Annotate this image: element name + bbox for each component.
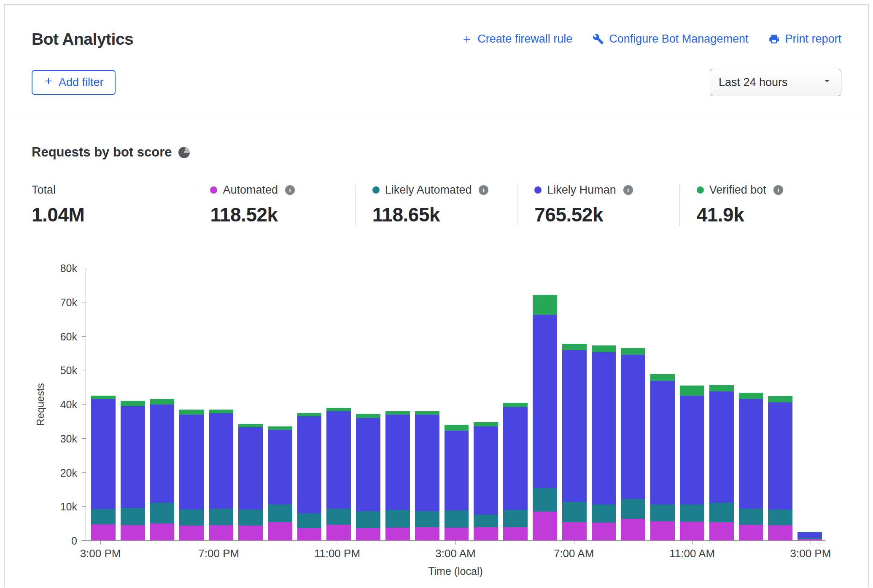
segment-verified-bot <box>356 414 380 418</box>
segment-likely-human <box>533 315 557 488</box>
segment-automated <box>179 526 204 540</box>
requests-by-bot-score-chart: Requests 010k20k30k40k50k60k70k80k 3:00 … <box>32 268 841 579</box>
stat-likely-automated-value: 118.65k <box>372 203 517 226</box>
header-actions: Create firewall rule Configure Bot Manag… <box>461 32 841 46</box>
segment-likely-human <box>209 413 233 509</box>
legend-dot-automated <box>210 186 217 194</box>
segment-likely-automated <box>268 504 292 522</box>
x-tick-label: 3:00 AM <box>435 547 475 560</box>
segment-verified-bot <box>179 410 204 415</box>
x-tick-mark <box>219 541 219 545</box>
segment-likely-automated <box>650 504 675 521</box>
segment-automated <box>445 528 469 540</box>
printer-icon <box>768 33 780 45</box>
legend-dot-verified-bot <box>697 186 704 194</box>
segment-likely-human <box>268 430 292 504</box>
y-tick-mark <box>82 506 86 507</box>
bar <box>592 268 616 540</box>
y-tick-label: 40k <box>60 399 77 410</box>
segment-automated <box>621 519 645 540</box>
legend-dot-likely-human <box>534 186 542 194</box>
plus-icon <box>461 34 472 45</box>
x-tick-mark <box>574 541 574 545</box>
segment-verified-bot <box>768 396 792 402</box>
header-section: Bot Analytics Create firewall rule Confi… <box>5 5 868 114</box>
segment-automated <box>326 525 351 540</box>
bar <box>739 268 763 540</box>
y-tick-label: 10k <box>60 501 77 512</box>
bar <box>326 268 351 540</box>
stat-total: Total 1.04M <box>32 183 193 226</box>
y-tick-label: 50k <box>60 365 77 376</box>
stat-verified-bot-label: Verified bot <box>709 183 766 197</box>
segment-verified-bot <box>592 345 616 352</box>
info-icon[interactable] <box>623 185 633 195</box>
y-tick-label: 20k <box>60 467 77 478</box>
print-report-label: Print report <box>785 32 841 46</box>
add-filter-label: Add filter <box>59 76 104 89</box>
x-tick-label: 3:00 PM <box>80 547 121 560</box>
segment-automated <box>739 525 763 540</box>
configure-bot-management-label: Configure Bot Management <box>609 32 748 46</box>
bar <box>297 268 322 540</box>
wrench-icon <box>593 33 604 45</box>
bar <box>445 268 469 540</box>
segment-verified-bot <box>650 374 675 381</box>
segment-likely-automated <box>91 509 116 524</box>
create-firewall-rule-label: Create firewall rule <box>477 32 572 46</box>
segment-likely-automated <box>415 511 439 527</box>
bar <box>709 268 734 540</box>
segment-automated <box>592 523 616 540</box>
print-report-link[interactable]: Print report <box>768 32 841 46</box>
info-icon[interactable] <box>285 185 295 195</box>
segment-automated <box>209 525 233 540</box>
bar <box>562 268 587 540</box>
segment-likely-human <box>798 532 822 538</box>
info-icon[interactable] <box>773 185 783 195</box>
chart-panel: Requests by bot score Total 1.04M Automa… <box>5 114 868 579</box>
segment-likely-automated <box>209 509 233 525</box>
segment-automated <box>238 526 263 540</box>
y-tick-mark <box>82 438 86 439</box>
stat-verified-bot-value: 41.9k <box>697 203 841 226</box>
time-range-value: Last 24 hours <box>719 76 788 89</box>
segment-verified-bot <box>739 393 763 399</box>
segment-likely-human <box>562 350 587 502</box>
bot-analytics-card: Bot Analytics Create firewall rule Confi… <box>4 4 869 588</box>
create-firewall-rule-link[interactable]: Create firewall rule <box>461 32 572 46</box>
segment-likely-human <box>474 426 498 515</box>
segment-verified-bot <box>474 422 498 426</box>
stat-likely-human-value: 765.52k <box>534 203 679 226</box>
page-title: Bot Analytics <box>32 30 133 49</box>
info-icon[interactable] <box>479 185 488 195</box>
segment-automated <box>91 524 116 540</box>
segment-likely-automated <box>709 503 734 522</box>
configure-bot-management-link[interactable]: Configure Bot Management <box>593 32 748 46</box>
x-tick-label: 11:00 PM <box>314 547 360 560</box>
segment-likely-human <box>739 399 763 509</box>
bar <box>621 268 645 540</box>
plus-icon <box>43 76 54 89</box>
segment-automated <box>268 522 292 540</box>
segment-likely-human <box>356 418 380 512</box>
x-tick-mark <box>455 541 456 545</box>
add-filter-button[interactable]: Add filter <box>32 70 116 95</box>
bar <box>533 268 557 540</box>
segment-likely-human <box>621 355 645 499</box>
bar <box>415 268 439 540</box>
y-axis-title: Requests <box>32 268 49 541</box>
segment-likely-human <box>179 415 204 510</box>
y-tick-mark <box>82 302 86 302</box>
y-tick-mark <box>82 336 86 337</box>
bar <box>356 268 380 540</box>
segment-likely-human <box>326 411 351 509</box>
y-tick-mark <box>82 472 86 473</box>
segment-likely-automated <box>533 488 557 512</box>
stat-likely-automated: Likely Automated 118.65k <box>355 183 517 226</box>
segment-likely-automated <box>445 510 469 528</box>
bar <box>474 268 498 540</box>
segment-likely-automated <box>385 510 410 528</box>
segment-verified-bot <box>562 344 587 350</box>
time-range-select[interactable]: Last 24 hours <box>710 69 841 96</box>
x-tick-label: 7:00 AM <box>554 547 594 560</box>
